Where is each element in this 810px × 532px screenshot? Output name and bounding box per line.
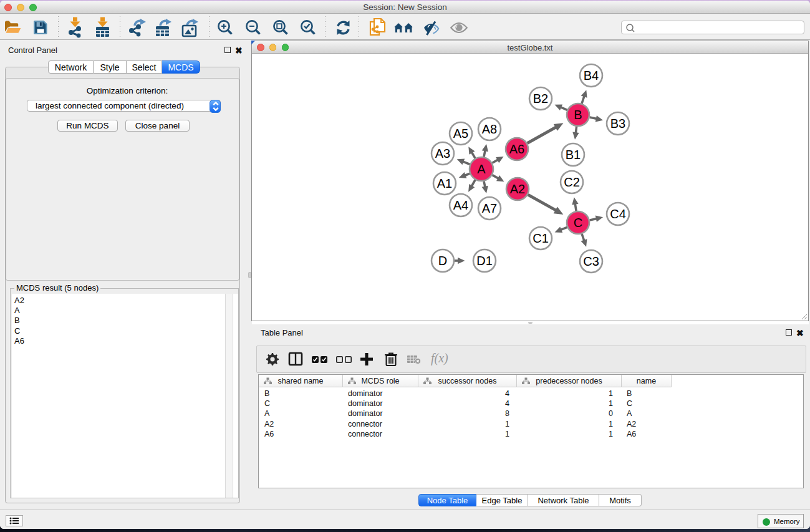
svg-text:D1: D1: [476, 254, 493, 268]
svg-text:B2: B2: [533, 92, 548, 105]
svg-text:D: D: [438, 254, 447, 268]
svg-text:f(x): f(x): [431, 352, 448, 365]
svg-text:A3: A3: [435, 147, 450, 160]
svg-text:A7: A7: [482, 201, 497, 215]
svg-text:B4: B4: [584, 69, 599, 82]
svg-text:A: A: [477, 162, 486, 176]
svg-text:C3: C3: [583, 254, 599, 268]
svg-text:A5: A5: [453, 127, 468, 140]
svg-text:A1: A1: [437, 177, 452, 190]
svg-text:C4: C4: [610, 207, 626, 221]
svg-text:B1: B1: [566, 148, 581, 162]
svg-text:A2: A2: [510, 182, 525, 196]
svg-text:B: B: [574, 108, 582, 122]
svg-text:C: C: [574, 216, 582, 230]
svg-text:A6: A6: [509, 142, 524, 156]
svg-text:A8: A8: [482, 122, 497, 136]
svg-text:C1: C1: [533, 231, 549, 245]
svg-text:B3: B3: [610, 117, 625, 130]
svg-text:A4: A4: [453, 198, 468, 212]
svg-text:C2: C2: [564, 175, 580, 189]
